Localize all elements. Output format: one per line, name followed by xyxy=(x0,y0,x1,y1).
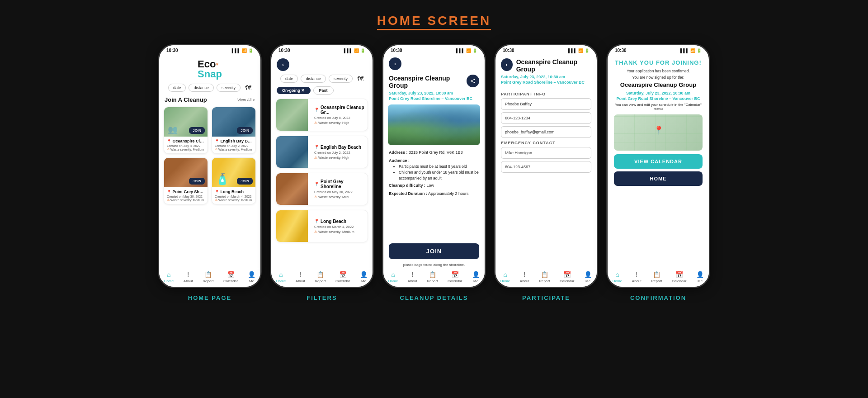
eco-text: Eco* xyxy=(198,59,222,69)
nav-about-1[interactable]: !About xyxy=(184,271,193,283)
list-item-1[interactable]: 📍 Oceanspire Cleanup Gr... Created on Ju… xyxy=(276,99,368,131)
back-btn-2[interactable]: ‹ xyxy=(277,58,289,71)
map-icon-2[interactable]: 🗺 xyxy=(357,75,363,82)
nav-home-3[interactable]: ⌂Home xyxy=(388,271,398,283)
loc-dot-2: 📍 xyxy=(215,139,219,143)
about-icon-4: ! xyxy=(524,271,525,278)
view-all[interactable]: View All > xyxy=(237,98,255,102)
join-btn-2[interactable]: JOIN xyxy=(237,127,253,134)
map-icon[interactable]: 🗺 xyxy=(245,84,251,91)
svg-point-2 xyxy=(474,82,475,83)
share-btn[interactable] xyxy=(467,75,479,87)
eco-logo: Eco* Snap xyxy=(198,59,222,79)
filter-date[interactable]: date xyxy=(168,84,186,92)
wifi-icon-4: 📶 xyxy=(578,48,583,53)
bottom-nav-4: ⌂Home !About 📋Report 📅Calendar 👤Me xyxy=(495,268,597,287)
screen5-column: 10:30 ▌▌▌ 📶 🔋 THANK YOU FOR JOINING! You… xyxy=(606,44,710,301)
duration-label: Expected Duration : xyxy=(389,191,427,196)
nav-calendar-4[interactable]: 📅Calendar xyxy=(560,271,574,283)
list-item-3[interactable]: 📍 Point Grey Shoreline Created on May 30… xyxy=(276,173,368,205)
nav-report-2[interactable]: 📋Report xyxy=(315,271,326,283)
nav-me-4[interactable]: 👤Me xyxy=(584,271,592,283)
nav-home-5[interactable]: ⌂Home xyxy=(613,271,622,283)
card-img-4: 🧴 JOIN xyxy=(212,158,255,187)
nav-about-5[interactable]: !About xyxy=(632,271,642,283)
nav-about-3[interactable]: !About xyxy=(408,271,417,283)
list-name-4: 📍 Long Beach xyxy=(314,219,354,224)
card-info-1: 📍 Oceanspire Clean... Created on July 8,… xyxy=(164,137,208,153)
detail-hero xyxy=(388,104,480,145)
detail-top: Oceanspire Cleanup Group xyxy=(383,71,485,91)
nav-home-4[interactable]: ⌂Home xyxy=(500,271,510,283)
report-icon-5: 📋 xyxy=(653,271,660,278)
list-meta-2: Created on July 2, 2022 xyxy=(314,151,361,155)
time-5: 10:30 xyxy=(615,48,627,53)
nav-about-4[interactable]: !About xyxy=(520,271,529,283)
view-calendar-btn[interactable]: VIEW CALENDAR xyxy=(614,154,703,169)
nav-report-1[interactable]: 📋Report xyxy=(203,271,213,283)
confirm-note: You can view and edit your schedule in t… xyxy=(614,103,703,111)
phone-field[interactable]: 604-123-1234 xyxy=(501,112,591,124)
email-field[interactable]: phoebe_buffay@gmail.com xyxy=(501,126,591,138)
nav-about-2[interactable]: !About xyxy=(296,271,305,283)
sev-warn-4: ⚠ xyxy=(314,230,317,234)
loc-dot-3: 📍 xyxy=(167,190,171,194)
detail-loc: Point Grey Road Shoreline – Vancouver BC xyxy=(383,96,485,103)
join-btn-4[interactable]: JOIN xyxy=(237,178,253,185)
label-4: PARTICIPATE xyxy=(522,294,570,301)
status-bar-2: 10:30 ▌▌▌ 📶 🔋 xyxy=(271,45,373,55)
battery-icon-3: 🔋 xyxy=(472,48,477,53)
card-meta-1: Created on July 8, 2022 xyxy=(167,144,205,147)
back-btn-3[interactable]: ‹ xyxy=(389,57,401,70)
filter2-severity[interactable]: severity xyxy=(329,75,353,83)
nav-report-5[interactable]: 📋Report xyxy=(651,271,662,283)
eco-star: * xyxy=(216,62,218,69)
screen2-column: 10:30 ▌▌▌ 📶 🔋 ‹ date distance severity � xyxy=(270,44,374,301)
card-meta-2: Created on July 2, 2022 xyxy=(215,144,253,147)
nav-me-5[interactable]: 👤Me xyxy=(696,271,704,283)
loc-dot-4: 📍 xyxy=(215,190,219,194)
nav-calendar-1[interactable]: 📅Calendar xyxy=(223,271,238,283)
list-meta-4: Created on March 4, 2022 xyxy=(314,225,354,229)
filter-distance[interactable]: distance xyxy=(189,84,214,92)
confirm-thanks: THANK YOU FOR JOINING! xyxy=(614,59,703,66)
nav-home-1[interactable]: ⌂Home xyxy=(164,271,174,283)
list-item-2[interactable]: 📍 English Bay Beach Created on July 2, 2… xyxy=(276,136,368,168)
nav-me-3[interactable]: 👤Me xyxy=(472,271,480,283)
label-2: FILTERS xyxy=(307,294,337,301)
list-img-2 xyxy=(276,136,308,168)
filter-bar-2: date distance severity 🗺 xyxy=(271,73,373,85)
warn-2: ⚠ xyxy=(215,147,217,151)
nav-calendar-2[interactable]: 📅Calendar xyxy=(335,271,350,283)
home-btn-5[interactable]: HOME xyxy=(614,171,703,186)
join-big-btn[interactable]: JOIN xyxy=(389,243,479,259)
nav-me-2[interactable]: 👤Me xyxy=(360,271,368,283)
nav-calendar-3[interactable]: 📅Calendar xyxy=(448,271,462,283)
time-2: 10:30 xyxy=(278,48,290,53)
tab-past[interactable]: Past xyxy=(313,86,334,95)
back-btn-4[interactable]: ‹ xyxy=(501,58,513,71)
nav-me-1[interactable]: 👤Me xyxy=(248,271,255,283)
filter2-date[interactable]: date xyxy=(280,75,298,83)
join-btn-3[interactable]: JOIN xyxy=(189,178,205,185)
duration-value: Approximately 2 hours xyxy=(428,191,469,196)
emerg-phone-field[interactable]: 604-123-4567 xyxy=(501,161,591,173)
filter2-distance[interactable]: distance xyxy=(301,75,326,83)
nav-calendar-5[interactable]: 📅Calendar xyxy=(672,271,686,283)
emerg-name-field[interactable]: Mike Hannigan xyxy=(501,147,591,159)
section1-title: PARTICIPANT INFO xyxy=(501,92,591,96)
filter-severity[interactable]: severity xyxy=(217,84,241,92)
nav-home-2[interactable]: ⌂Home xyxy=(276,271,286,283)
screen3-column: 10:30 ▌▌▌ 📶 🔋 ‹ Oceanspire Cleanup Group xyxy=(382,44,486,301)
tab-ongoing[interactable]: On-going ✕ xyxy=(277,87,311,94)
card-img-1: 👥 JOIN xyxy=(164,107,208,137)
full-name-field[interactable]: Phoebe Buffay xyxy=(501,98,591,110)
audience-bullets: Participants must be at least 9 years ol… xyxy=(389,164,479,181)
nav-report-3[interactable]: 📋Report xyxy=(427,271,438,283)
list-info-1: 📍 Oceanspire Cleanup Gr... Created on Ju… xyxy=(311,99,368,131)
address-value: 3215 Point Grey Rd, V6K 1B3 xyxy=(409,150,463,155)
card-severity-1: ⚠ Waste severity: Medium xyxy=(167,147,205,151)
nav-report-4[interactable]: 📋Report xyxy=(539,271,550,283)
join-btn-1[interactable]: JOIN xyxy=(189,127,205,134)
list-item-4[interactable]: 📍 Long Beach Created on March 4, 2022 ⚠ … xyxy=(276,210,368,242)
